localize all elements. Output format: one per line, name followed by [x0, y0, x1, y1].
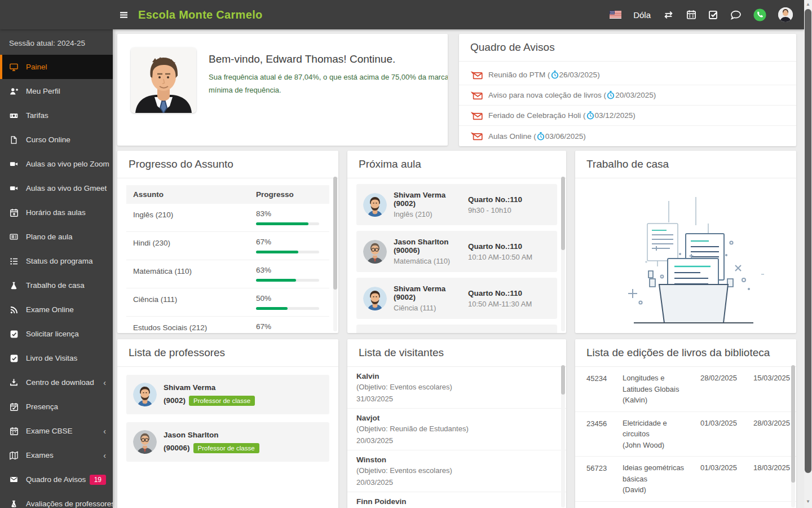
sidebar-item-label: Painel	[26, 63, 47, 71]
sidebar-item-label: Curso Online	[26, 135, 70, 144]
book-id: 23456	[586, 418, 618, 451]
progress-bar	[256, 279, 319, 282]
progress-bar	[256, 307, 319, 310]
sidebar-item-exames[interactable]: Exames‹	[0, 443, 113, 467]
sidebar-item-avaliacoes-de-professores[interactable]: Avaliações de professores	[0, 492, 113, 508]
sidebar-item-plano-de-aula[interactable]: Plano de aula	[0, 225, 113, 249]
class-time: 10:50 AM-11:30 AM	[468, 300, 550, 308]
language-selector[interactable]: Dóla	[633, 10, 651, 20]
sidebar-item-meu-perfil[interactable]: Meu Perfil	[0, 79, 113, 103]
teacher-review-icon	[9, 499, 19, 508]
whatsapp-icon[interactable]	[753, 8, 766, 21]
sidebar-item-curso-online[interactable]: Curso Online	[0, 128, 113, 152]
notice-board-panel: Quadro de Avisos Reunião do PTM (26/03/2…	[459, 34, 796, 146]
book-issue-date: 01/03/2025	[700, 418, 749, 451]
welcome-heading: Bem-vindo, Edward Thomas! Continue.	[209, 53, 448, 65]
sidebar-item-trabalho-de-casa[interactable]: Trabalho de casa	[0, 273, 113, 297]
sidebar-item-solicitar-licenca[interactable]: Solicitar licença	[0, 322, 113, 346]
video-icon	[9, 183, 19, 193]
sidebar-item-label: Trabalho de casa	[26, 281, 85, 290]
scrollbar-thumb[interactable]	[805, 9, 811, 473]
session-label: Sessão atual: 2024-25	[0, 29, 113, 55]
clock-icon	[607, 91, 615, 99]
subject-progress: 83%	[256, 209, 323, 225]
chevron-left-icon: ‹	[103, 452, 106, 459]
notice-item[interactable]: Aulas Online (03/06/2025)	[459, 126, 796, 146]
sidebar-item-label: Quadro de Avisos	[26, 475, 86, 484]
subject-row: Matemática (110)63%	[126, 260, 329, 288]
exchange-icon[interactable]	[663, 11, 674, 19]
dashboard-page: Escola Monte Carmelo Dóla	[0, 0, 812, 508]
panel-title: Lista de visitantes	[347, 339, 566, 367]
sidebar-item-presenca[interactable]: Presença	[0, 395, 113, 419]
sidebar-item-aulas-ao-vivo-pelo-zoom[interactable]: Aulas ao vivo pelo Zoom	[0, 152, 113, 176]
book-list: 45234Longitudes e Latitudes Globais(Kalv…	[575, 367, 796, 508]
class-time: 9h30 - 10h10	[468, 206, 550, 214]
user-avatar[interactable]	[778, 7, 793, 22]
progress-percent: 50%	[256, 294, 323, 303]
subject-name: Inglês (210)	[133, 209, 256, 225]
next-class-card: Shivam Verma (9002)Inglês (210)Quarto No…	[356, 184, 557, 225]
teacher-avatar	[133, 383, 157, 406]
book-return-date: 15/03/2025	[753, 373, 796, 406]
brand-area: Escola Monte Carmelo	[120, 8, 263, 21]
subject-progress: 50%	[256, 294, 323, 310]
subject-row: Hindi (230)67%	[126, 232, 329, 260]
sidebar-item-horario-das-aulas[interactable]: Horário das aulas	[0, 200, 113, 225]
sidebar-item-quadro-de-avisos[interactable]: Quadro de Avisos19	[0, 467, 113, 492]
panel-scrollbar[interactable]	[561, 177, 565, 331]
sidebar-item-label: Exame Online	[26, 305, 74, 314]
sidebar-item-label: Tarifas	[26, 111, 48, 120]
progress-percent: 67%	[256, 322, 323, 331]
sidebar-item-status-do-programa[interactable]: Status do programa	[0, 249, 113, 273]
class-time: 10:10 AM-10:50 AM	[468, 253, 550, 261]
hamburger-menu-icon[interactable]	[120, 11, 128, 19]
room-number: Quarto No.:110	[468, 195, 550, 204]
welcome-card: Bem-vindo, Edward Thomas! Continue. Sua …	[117, 34, 448, 146]
notice-item[interactable]: Reunião do PTM (26/03/2025)	[459, 65, 796, 85]
task-check-icon[interactable]	[708, 10, 718, 20]
sidebar-item-centro-de-download[interactable]: Centro de download‹	[0, 370, 113, 395]
sidebar-item-livro-de-visitas[interactable]: Livro de Visitas	[0, 346, 113, 370]
teacher-name: Jason Sharlton (90006)	[394, 331, 461, 333]
calendar-plus-icon	[9, 208, 19, 217]
sidebar-item-tarifas[interactable]: Tarifas	[0, 103, 113, 128]
page-scrollbar[interactable]: ▲ ▼	[804, 0, 812, 508]
panel-scrollbar[interactable]	[561, 365, 565, 507]
mail-forward-icon	[470, 132, 483, 141]
sidebar-item-painel[interactable]: Painel	[0, 55, 113, 79]
calendar-check-icon	[9, 402, 19, 411]
notice-item[interactable]: Aviso para nova coleção de livros (20/03…	[459, 85, 796, 106]
class-subject: Inglês (210)	[394, 210, 461, 218]
teacher-avatar	[363, 240, 387, 264]
notice-item[interactable]: Feriado de Celebração Holi (03/12/2025)	[459, 106, 796, 126]
calendar-icon[interactable]	[686, 10, 696, 20]
panel-scrollbar[interactable]	[791, 365, 795, 507]
sidebar-item-exame-cbse[interactable]: Exame CBSE‹	[0, 419, 113, 443]
notice-date: 03/06/2025)	[545, 132, 586, 141]
book-id: 56723	[586, 462, 618, 496]
scroll-down-arrow[interactable]: ▼	[804, 498, 812, 505]
clock-icon	[586, 111, 594, 120]
panel-title: Lista de professores	[117, 339, 338, 367]
notice-date: 26/03/2025)	[559, 71, 600, 79]
subject-table-header: AssuntoProgresso	[126, 185, 329, 204]
notice-date: 03/12/2025)	[595, 111, 636, 120]
sidebar-item-label: Avaliações de professores	[26, 500, 113, 508]
chat-icon[interactable]	[730, 10, 742, 20]
visitor-row: Navjot(Objetivo: Reunião de Estudantes)2…	[347, 409, 566, 450]
panel-scrollbar[interactable]	[333, 177, 337, 331]
main-content: Bem-vindo, Edward Thomas! Continue. Sua …	[113, 29, 804, 508]
sidebar-item-exame-online[interactable]: Exame Online	[0, 297, 113, 322]
sidebar-item-label: Centro de download	[26, 378, 94, 387]
sidebar-item-label: Aulas ao vivo do Gmeet	[26, 184, 107, 192]
sidebar-item-aulas-ao-vivo-do-gmeet[interactable]: Aulas ao vivo do Gmeet	[0, 176, 113, 200]
book-title: Eletricidade e circuitos(John Wood)	[623, 418, 696, 451]
newspaper-icon	[9, 232, 19, 242]
book-row: 5463Animais do Deserto(Peter)28/02/20250…	[575, 502, 796, 508]
visitor-name: Kalvin	[356, 372, 557, 380]
scroll-up-arrow[interactable]: ▲	[804, 1, 812, 8]
subject-progress: 63%	[256, 266, 323, 282]
us-flag-icon[interactable]	[610, 11, 621, 19]
teacher-card: Shivam Verma(9002)Professor de classe	[126, 375, 329, 414]
